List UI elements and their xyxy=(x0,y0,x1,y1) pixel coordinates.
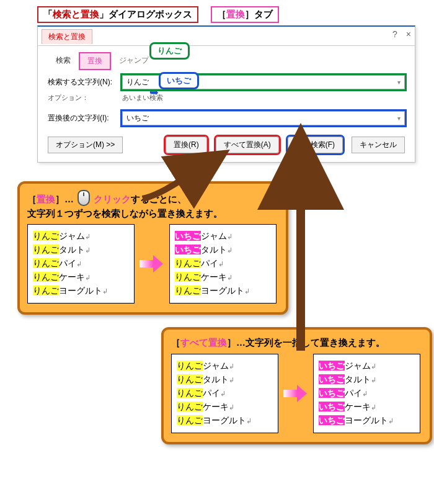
before-list: りんごジャム↲ りんごタルト↲ りんごパイ↲ りんごケーキ↲ りんごヨーグルト↲ xyxy=(27,224,135,304)
chevron-down-icon[interactable]: ▾ xyxy=(397,115,401,122)
mouse-icon xyxy=(78,190,90,206)
after-list-partial: いちごジャム↲ いちごタルト↲ りんごパイ↲ りんごケーキ↲ りんごヨーグルト↲ xyxy=(169,224,277,304)
options-row: オプション：あいまい検索 xyxy=(48,93,405,102)
curve-arrow-icon: ➥ xyxy=(149,86,159,99)
arrow-icon xyxy=(140,255,164,272)
before-list: りんごジャム↲ りんごタルト↲ りんごパイ↲ りんごケーキ↲ りんごヨーグルト↲ xyxy=(171,354,278,433)
cancel-button[interactable]: キャンセル xyxy=(352,137,405,153)
replace-button[interactable]: 置換(R) xyxy=(166,137,207,153)
arrow-to-replace xyxy=(140,164,208,202)
find-replace-dialog: 検索と置換 ? × りんご いちご ➥ 検索 置換 ジャンプ 検索する文字列(N… xyxy=(37,25,415,163)
help-icon[interactable]: ? xyxy=(392,29,397,39)
arrow-to-replace-all xyxy=(276,168,326,354)
caption-dialog-box: 「検索と置換」ダイアログボックス xyxy=(37,6,198,23)
dialog-title: 検索と置換 xyxy=(42,29,92,44)
callout-find-value: りんご xyxy=(149,42,190,60)
arrow-icon xyxy=(283,385,308,402)
caption-replace-tab: ［置換］タブ xyxy=(211,6,279,23)
tab-search[interactable]: 検索 xyxy=(48,52,79,70)
tab-replace[interactable]: 置換 xyxy=(79,52,111,70)
dialog-tabs: 検索 置換 ジャンプ xyxy=(48,52,405,70)
replace-label: 置換後の文字列(I): xyxy=(48,113,122,124)
close-icon[interactable]: × xyxy=(406,29,411,39)
find-next-button[interactable]: 次を検索(F) xyxy=(288,137,343,153)
options-button[interactable]: オプション(M) >> xyxy=(48,137,123,153)
chevron-down-icon[interactable]: ▾ xyxy=(397,79,401,86)
after-list-full: いちごジャム↲ いちごタルト↲ いちごパイ↲ いちごケーキ↲ いちごヨーグルト↲ xyxy=(313,354,420,433)
callout-replace-value: いちご xyxy=(159,72,199,89)
replace-input[interactable]: いちご ▾ xyxy=(122,111,405,125)
find-label: 検索する文字列(N): xyxy=(48,77,122,88)
replace-all-button[interactable]: すべて置換(A) xyxy=(216,137,279,153)
